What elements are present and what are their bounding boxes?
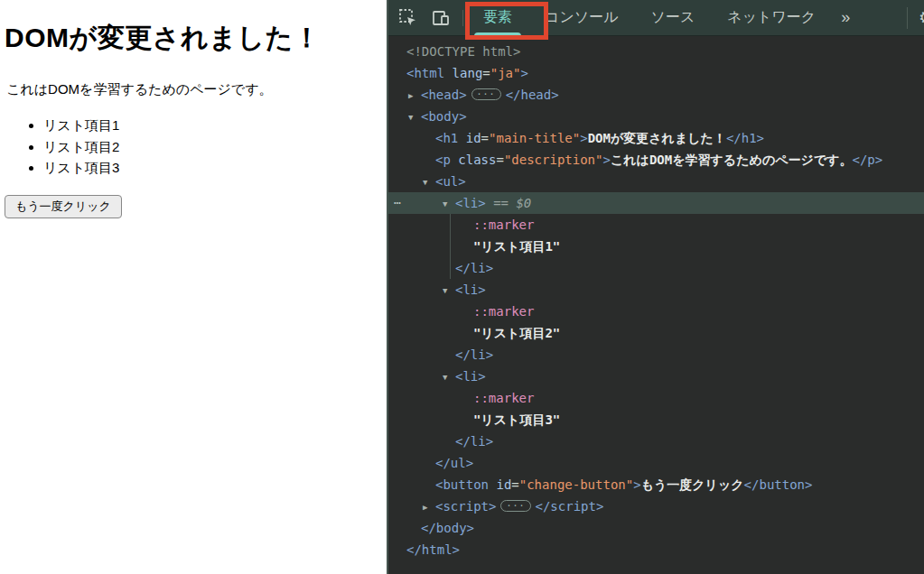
more-tabs-chevron[interactable]: » — [832, 8, 859, 27]
expand-arrow-closed-icon[interactable]: ▶ — [408, 85, 421, 106]
dom-tree: <!DOCTYPE html><html lang="ja">▶<head>··… — [388, 37, 924, 574]
code-segment-attr: id — [466, 131, 481, 145]
dom-tree-row[interactable]: </li> — [388, 257, 924, 279]
list-item: リスト項目3 — [43, 157, 119, 179]
dom-tree-row[interactable]: <h1 id="main-title">DOMが変更されました！</h1> — [388, 127, 924, 149]
retry-button[interactable]: もう一度クリック — [5, 195, 122, 218]
code-segment-tag: <ul> — [435, 174, 466, 189]
code-segment-txt: これはDOMを学習するためのページです。 — [611, 153, 853, 167]
devtools-tabs: 要素コンソールソースネットワーク — [467, 0, 832, 36]
code-segment-tag: <li> — [455, 196, 486, 210]
inspect-element-icon[interactable] — [397, 7, 419, 29]
dom-tree-row[interactable]: ::marker — [388, 301, 924, 322]
toolbar-divider — [462, 10, 463, 26]
page-heading: DOMが変更されました！ — [5, 20, 321, 57]
code-segment-doc: <!DOCTYPE html> — [406, 44, 520, 59]
screenshot-stage: DOMが変更されました！ これはDOMを学習するためのページです。 リスト項目1… — [0, 0, 924, 574]
code-segment-txt: "リスト項目3" — [473, 412, 560, 427]
code-segment-tag: </script> — [536, 499, 604, 514]
code-segment-tag: <script> — [435, 499, 496, 514]
code-segment-val: "main-title" — [489, 131, 580, 145]
code-segment-tag: <li> — [455, 282, 486, 297]
code-segment-tag: > — [602, 153, 610, 167]
dom-tree-row[interactable]: <p class="description">これはDOMを学習するためのページ… — [388, 149, 924, 171]
dom-tree-row[interactable]: ▼<li> — [388, 366, 924, 387]
toolbar-right-divider — [907, 7, 908, 29]
expand-arrow-open-icon[interactable]: ▼ — [443, 280, 455, 301]
code-segment-tag: </li> — [455, 261, 493, 275]
demo-page: DOMが変更されました！ これはDOMを学習するためのページです。 リスト項目1… — [0, 0, 387, 574]
code-segment-plain: = — [511, 477, 518, 492]
tab-label: ソース — [651, 8, 695, 27]
code-segment-tag: <p — [435, 153, 451, 167]
code-segment-val: "description" — [504, 153, 603, 167]
dom-tree-row[interactable]: ▶<script>···</script> — [388, 495, 924, 517]
code-segment-pseudo: ::marker — [473, 304, 534, 319]
code-segment-plain — [444, 66, 452, 80]
device-toolbar-icon[interactable] — [430, 7, 452, 29]
code-segment-tag: </p> — [852, 153, 882, 167]
dom-tree-row[interactable]: "リスト項目1" — [388, 236, 924, 257]
list-item: リスト項目1 — [43, 115, 119, 136]
code-segment-tag: > — [580, 131, 587, 145]
expand-arrow-open-icon[interactable]: ▼ — [443, 366, 455, 388]
toolbar-icons — [388, 7, 452, 29]
code-segment-tag: </ul> — [435, 456, 473, 470]
dom-tree-row[interactable]: <!DOCTYPE html> — [388, 41, 924, 62]
code-segment-plain: = — [482, 66, 490, 80]
tab-label: ネットワーク — [727, 8, 816, 27]
list-item: リスト項目2 — [43, 136, 119, 158]
dom-tree-row[interactable]: </ul> — [388, 452, 924, 474]
code-segment-plain: = — [481, 131, 489, 145]
tab-sources[interactable]: ソース — [635, 0, 712, 36]
code-segment-tag: <html — [406, 66, 444, 80]
code-segment-txt: "リスト項目1" — [473, 239, 560, 254]
code-segment-attr: id — [496, 477, 511, 492]
settings-gear-icon[interactable]: ⚙ — [919, 7, 924, 28]
tab-label: コンソール — [545, 8, 619, 27]
code-segment-tag: </body> — [421, 521, 474, 535]
dom-tree-row[interactable]: "リスト項目2" — [388, 322, 924, 344]
collapsed-content-ellipsis[interactable]: ··· — [471, 88, 501, 100]
code-segment-pseudo: ::marker — [473, 218, 534, 232]
page-description: これはDOMを学習するためのページです。 — [6, 81, 273, 98]
expand-arrow-open-icon[interactable]: ▼ — [408, 106, 421, 128]
code-segment-tag: </h1> — [726, 131, 764, 145]
tab-network[interactable]: ネットワーク — [711, 0, 832, 36]
dom-tree-row[interactable]: </body> — [388, 517, 924, 539]
devtools-panel: 要素コンソールソースネットワーク » ⚙ <!DOCTYPE html><htm… — [387, 0, 924, 574]
dom-tree-row[interactable]: ▶<head>···</head> — [388, 84, 924, 106]
devtools-toolbar: 要素コンソールソースネットワーク » ⚙ — [388, 0, 924, 36]
dom-tree-row[interactable]: ▼<ul> — [388, 171, 924, 192]
code-segment-tag: > — [633, 477, 640, 492]
dom-tree-row[interactable]: </li> — [388, 344, 924, 366]
dom-tree-row[interactable]: <html lang="ja"> — [388, 62, 924, 84]
tab-label: 要素 — [483, 8, 512, 27]
tab-console[interactable]: コンソール — [528, 0, 635, 36]
dom-tree-row[interactable]: ::marker — [388, 214, 924, 236]
code-segment-tag: </li> — [455, 434, 493, 449]
dom-tree-row[interactable]: </html> — [388, 539, 924, 560]
dom-tree-row[interactable]: ::marker — [388, 387, 924, 409]
code-segment-txt: "リスト項目2" — [473, 326, 560, 340]
dom-tree-row[interactable]: </li> — [388, 430, 924, 452]
dom-tree-row[interactable]: ▼<li> — [388, 279, 924, 301]
code-segment-tag: <button — [435, 477, 489, 492]
demo-list: リスト項目1 リスト項目2 リスト項目3 — [0, 115, 119, 179]
dom-tree-row-selected[interactable]: ⋯▼<li> == $0 — [388, 192, 924, 214]
code-segment-pseudo: ::marker — [473, 391, 534, 405]
dom-tree-row[interactable]: <button id="change-button">もう一度クリック</but… — [388, 474, 924, 495]
code-segment-tag: </button> — [744, 477, 813, 492]
expand-arrow-open-icon[interactable]: ▼ — [423, 171, 435, 193]
code-segment-tag: </li> — [455, 347, 493, 362]
tab-elements[interactable]: 要素 — [467, 0, 528, 36]
expand-arrow-open-icon[interactable]: ▼ — [443, 193, 455, 215]
dom-tree-row[interactable]: "リスト項目3" — [388, 409, 924, 430]
row-menu-dots-icon[interactable]: ⋯ — [394, 192, 402, 214]
code-segment-tag: <h1 — [435, 131, 458, 145]
collapsed-content-ellipsis[interactable]: ··· — [500, 500, 530, 512]
code-segment-tag: </head> — [506, 88, 559, 102]
code-segment-tag: </html> — [406, 542, 460, 557]
expand-arrow-closed-icon[interactable]: ▶ — [423, 496, 435, 518]
dom-tree-row[interactable]: ▼<body> — [388, 106, 924, 127]
